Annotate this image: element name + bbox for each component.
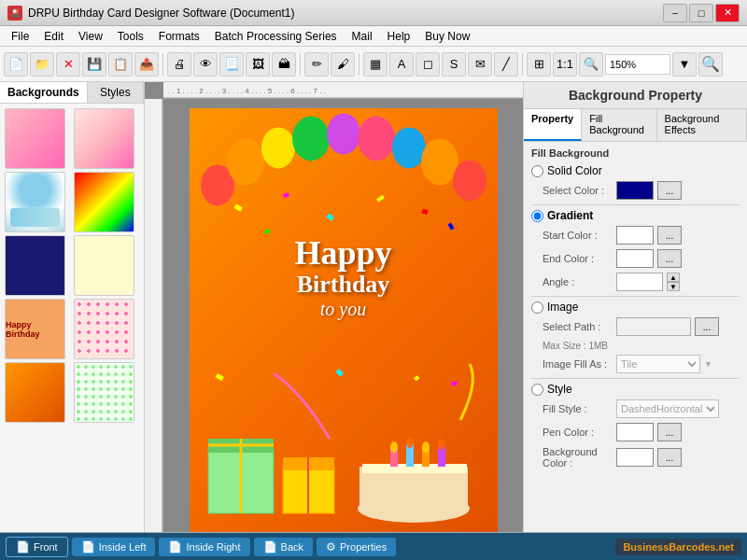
text-button[interactable]: A xyxy=(389,52,414,77)
menu-mail[interactable]: Mail xyxy=(345,28,380,45)
barcode-button[interactable]: ▦ xyxy=(363,52,388,77)
angle-up[interactable]: ▲ xyxy=(667,273,680,282)
pen-color-browse[interactable]: ... xyxy=(657,423,682,441)
menu-view[interactable]: View xyxy=(71,28,110,45)
main-layout: Backgrounds Styles Happy Birthday . . 1 … xyxy=(0,82,747,532)
tab-backgrounds[interactable]: Backgrounds xyxy=(0,82,88,103)
tab-properties[interactable]: ⚙ Properties xyxy=(317,538,396,556)
angle-input[interactable]: 359 xyxy=(616,273,663,291)
angle-label: Angle : xyxy=(543,276,613,287)
zoom-dropdown-button[interactable]: ▼ xyxy=(672,52,697,77)
end-color-browse[interactable]: ... xyxy=(657,249,682,268)
bg-thumb-5[interactable] xyxy=(5,235,65,296)
menu-batch[interactable]: Batch Processing Series xyxy=(207,28,345,45)
export-button[interactable]: 📤 xyxy=(134,52,159,77)
bg-color-browse[interactable]: ... xyxy=(657,448,682,467)
line-button[interactable]: ╱ xyxy=(494,52,518,77)
select-path-input[interactable] xyxy=(616,317,691,336)
image-radio[interactable] xyxy=(531,301,543,314)
style-radio[interactable] xyxy=(531,384,543,396)
bg-thumb-3[interactable] xyxy=(5,172,65,232)
fill-style-label: Fill Style : xyxy=(543,403,613,414)
fill-bg-section: Fill Background Solid Color Select Color… xyxy=(524,142,747,479)
start-color-box[interactable] xyxy=(616,226,654,245)
menu-formats[interactable]: Formats xyxy=(151,28,207,45)
bg-thumb-9[interactable] xyxy=(5,362,65,423)
canvas-image[interactable]: Happy Birthday to you xyxy=(190,108,498,532)
bg-color-box[interactable] xyxy=(616,448,654,467)
svg-rect-16 xyxy=(421,208,428,215)
bg-thumb-4[interactable] xyxy=(74,172,134,232)
tab-inside-right[interactable]: 📄 Inside Right xyxy=(159,538,249,556)
zoom-in-button[interactable]: 🔍 xyxy=(579,52,603,77)
signature-button[interactable]: S xyxy=(442,52,466,77)
grid-button[interactable]: ⊞ xyxy=(527,52,551,77)
zoom-fit-button[interactable]: 1:1 xyxy=(553,52,577,77)
menu-tools[interactable]: Tools xyxy=(110,28,151,45)
menu-file[interactable]: File xyxy=(4,28,36,45)
menu-edit[interactable]: Edit xyxy=(36,28,71,45)
property-tabs: Property Fill Background Background Effe… xyxy=(524,109,747,142)
svg-rect-17 xyxy=(264,229,270,234)
svg-rect-31 xyxy=(359,467,468,511)
page-setup-button[interactable]: 📃 xyxy=(219,52,244,77)
shape-button[interactable]: ◻ xyxy=(416,52,440,77)
image-button[interactable]: 🏔 xyxy=(272,52,296,77)
menu-help[interactable]: Help xyxy=(380,28,418,45)
image-fill-select[interactable]: Tile xyxy=(616,355,700,373)
print-prev-button[interactable]: 👁 xyxy=(193,52,218,77)
select-path-browse[interactable]: ... xyxy=(695,317,719,336)
bg-thumb-10[interactable] xyxy=(74,362,134,423)
save-button[interactable]: 💾 xyxy=(82,52,106,77)
tab-inside-left[interactable]: 📄 Inside Left xyxy=(72,538,156,556)
bg-thumb-2[interactable] xyxy=(74,108,134,169)
close-button[interactable]: ✕ xyxy=(715,4,740,22)
menu-buynow[interactable]: Buy Now xyxy=(417,28,477,45)
email-button[interactable]: ✉ xyxy=(468,52,492,77)
close-doc-button[interactable]: ✕ xyxy=(56,52,80,77)
tab-styles[interactable]: Styles xyxy=(88,82,144,103)
bg-button[interactable]: 🖼 xyxy=(246,52,270,77)
canvas-area[interactable]: . . 1 . . . . 2 . . . . 3 . . . . 4 . . … xyxy=(145,82,523,532)
left-panel: Backgrounds Styles Happy Birthday xyxy=(0,82,145,532)
open-button[interactable]: 📁 xyxy=(30,52,54,77)
start-color-browse[interactable]: ... xyxy=(657,226,682,245)
select-color-box[interactable] xyxy=(616,181,654,200)
tab-front[interactable]: 📄 Front xyxy=(6,537,68,557)
tab-back[interactable]: 📄 Back xyxy=(254,538,313,556)
tab-property[interactable]: Property xyxy=(524,109,582,141)
canvas-happy: Happy xyxy=(190,236,498,270)
svg-point-9 xyxy=(392,127,426,168)
pencil-button[interactable]: ✏ xyxy=(304,52,329,77)
zoom-out-button[interactable]: 🔍 xyxy=(698,52,723,77)
brush-button[interactable]: 🖌 xyxy=(331,52,355,77)
print-button[interactable]: 🖨 xyxy=(167,52,191,77)
titlebar: 🎴 DRPU Birthday Card Designer Software (… xyxy=(0,0,747,26)
biz-logo-text: BusinessBarcodes xyxy=(623,541,715,553)
select-color-browse[interactable]: ... xyxy=(657,181,682,200)
sep1 xyxy=(162,53,163,76)
maximize-button[interactable]: □ xyxy=(689,4,713,22)
fill-style-select[interactable]: DashedHorizontal xyxy=(616,399,719,418)
end-color-box[interactable] xyxy=(616,249,654,268)
tab-fill-bg[interactable]: Fill Background xyxy=(582,109,656,141)
gradient-radio[interactable] xyxy=(531,210,543,222)
bg-thumb-6[interactable] xyxy=(74,235,134,296)
svg-point-39 xyxy=(422,441,430,453)
fill-style-row: Fill Style : DashedHorizontal xyxy=(531,399,740,418)
bg-thumb-1[interactable] xyxy=(5,108,65,169)
new-button[interactable]: 📄 xyxy=(4,52,28,77)
bg-thumb-7[interactable]: Happy Birthday xyxy=(5,299,65,359)
pen-color-box[interactable] xyxy=(616,423,654,441)
save-as-button[interactable]: 📋 xyxy=(108,52,133,77)
tab-bg-effects[interactable]: Background Effects xyxy=(657,109,747,141)
svg-rect-32 xyxy=(362,464,467,473)
minimize-button[interactable]: − xyxy=(663,4,687,22)
select-path-row: Select Path : ... xyxy=(531,317,740,336)
solid-color-radio[interactable] xyxy=(531,165,543,177)
bg-thumb-8[interactable] xyxy=(74,299,134,359)
zoom-input[interactable] xyxy=(605,54,670,75)
svg-point-11 xyxy=(453,160,486,201)
angle-down[interactable]: ▼ xyxy=(667,282,680,291)
image-fill-row: Image Fill As : Tile ▼ xyxy=(531,355,740,373)
